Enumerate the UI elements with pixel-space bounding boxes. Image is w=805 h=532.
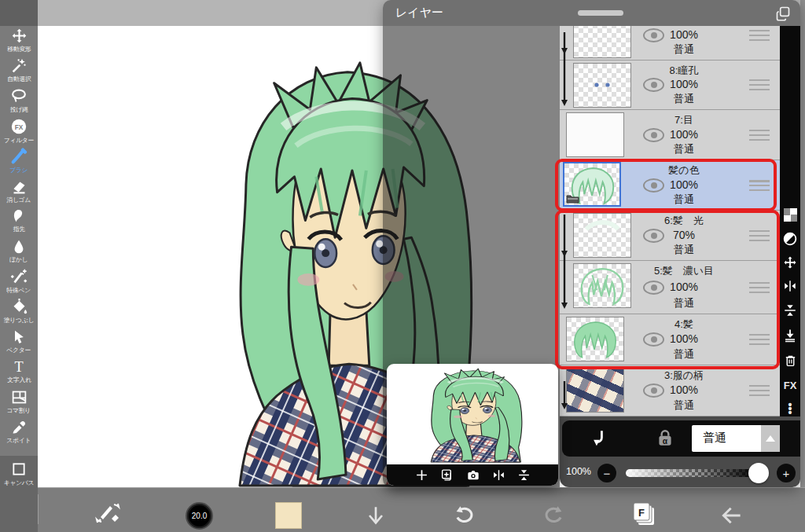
tool-label: ベクター xyxy=(7,346,31,354)
drag-handle-icon[interactable] xyxy=(749,180,770,191)
drag-handle-icon[interactable] xyxy=(749,282,770,293)
tool-panel-divide[interactable]: コマ割り xyxy=(0,387,38,417)
drag-handle-icon[interactable] xyxy=(749,30,770,41)
tool-blur[interactable]: ぼかし xyxy=(0,237,38,266)
brush-size-value: 20.0 xyxy=(192,512,207,520)
undo-icon[interactable] xyxy=(451,504,476,527)
layer-row-selected[interactable]: 髪の色 100% 普通 xyxy=(560,160,780,211)
back-arrow-icon[interactable] xyxy=(719,503,745,528)
layer-row[interactable]: 5:髪 濃い目 100% 普通 xyxy=(560,261,780,314)
layer-row[interactable]: 3:服の柄 100% 普通 xyxy=(560,365,780,416)
tool-lasso[interactable]: 投げ縄 xyxy=(0,86,38,116)
layer-name: 8:瞳孔 xyxy=(632,64,736,78)
down-arrow-icon[interactable] xyxy=(363,503,388,528)
tool-fingertip[interactable]: 指先 xyxy=(0,207,38,237)
layer-thumbnail[interactable] xyxy=(566,112,624,157)
flip-vertical-icon[interactable] xyxy=(517,468,531,482)
blend-mode-value: 普通 xyxy=(703,431,726,446)
tool-label: 消しゴム xyxy=(7,196,31,204)
redo-icon[interactable] xyxy=(542,504,567,527)
tool-text[interactable]: T 文字入れ xyxy=(0,357,38,387)
color-swatch[interactable] xyxy=(275,502,302,529)
panel-edge xyxy=(800,0,805,487)
flip-horizontal-icon[interactable] xyxy=(492,468,505,482)
camera-icon[interactable] xyxy=(466,469,480,482)
layer-name: 6:髪 光 xyxy=(632,214,736,228)
layer-blend-mode: 普通 xyxy=(632,142,736,156)
special-pen-icon xyxy=(10,268,28,285)
layer-thumbnail[interactable] xyxy=(573,63,631,108)
dropdown-open-button[interactable] xyxy=(761,425,780,452)
flip-horizontal-icon[interactable] xyxy=(780,277,800,295)
eraser-icon xyxy=(11,178,28,195)
layer-row[interactable]: 4:髪 100% 普通 xyxy=(560,314,780,365)
layer-row[interactable]: 6:髪 光 70% 普通 xyxy=(560,211,780,261)
layer-blend-mode: 普通 xyxy=(632,347,736,361)
hair-light-thumb-art xyxy=(574,214,630,257)
layer-thumbnail[interactable] xyxy=(573,213,631,258)
layer-row[interactable]: 7:目 100% 普通 xyxy=(560,110,780,160)
add-icon[interactable] xyxy=(415,468,428,482)
tool-canvas[interactable]: キャンバス xyxy=(0,456,38,532)
toolbar-corner-block[interactable] xyxy=(0,0,38,26)
layers-panel-header[interactable]: レイヤー xyxy=(383,0,800,26)
tool-fill[interactable]: 塗りつぶし xyxy=(0,297,38,327)
layer-thumbnail[interactable] xyxy=(573,263,631,308)
opacity-slider-knob[interactable] xyxy=(748,463,769,483)
more-options-icon[interactable]: ••• xyxy=(780,400,800,417)
layer-blend-mode: 普通 xyxy=(632,42,736,57)
drag-handle-icon[interactable] xyxy=(749,130,770,141)
tool-brush[interactable]: ブラシ xyxy=(0,146,38,176)
drag-handle-icon[interactable] xyxy=(749,334,770,345)
tool-label: ぼかし xyxy=(9,255,28,264)
drag-handle-icon[interactable] xyxy=(749,79,770,90)
drag-handle-icon[interactable] xyxy=(749,230,770,241)
clipping-toggle-icon[interactable] xyxy=(587,428,608,449)
alpha-lock-icon[interactable]: α xyxy=(655,428,675,449)
tool-auto-select[interactable]: 自動選択 xyxy=(0,56,38,86)
transparency-bg-icon[interactable] xyxy=(780,206,800,223)
layer-name: 3:服の柄 xyxy=(632,369,736,383)
panel-drag-handle[interactable] xyxy=(578,10,623,16)
tool-vector[interactable]: ベクター xyxy=(0,327,38,357)
tool-special-pen[interactable]: 特殊ペン xyxy=(0,266,38,296)
blend-mode-dropdown[interactable]: 普通 xyxy=(692,425,780,452)
tool-label: 特殊ペン xyxy=(7,286,31,295)
merge-down-icon[interactable] xyxy=(780,327,800,344)
text-tool-icon: T xyxy=(11,359,27,375)
pen-eraser-toggle-icon[interactable] xyxy=(93,500,123,525)
app-screen: 20.0 F 移動変形 xyxy=(0,0,805,532)
invert-contrast-icon[interactable] xyxy=(780,230,800,248)
add-page-icon[interactable] xyxy=(440,468,454,482)
bottom-toolbar: 20.0 F xyxy=(0,487,805,532)
trash-icon[interactable] xyxy=(780,352,800,369)
layer-thumbnail[interactable] xyxy=(566,368,624,413)
layer-thumbnail[interactable] xyxy=(566,317,624,361)
layer-opacity: 100% xyxy=(632,383,736,396)
tool-filter[interactable]: FX フィルター xyxy=(0,116,38,146)
tool-eraser[interactable]: 消しゴム xyxy=(0,176,38,206)
tool-eyedropper[interactable]: スポイト xyxy=(0,417,38,447)
tool-list: 移動変形 自動選択 投げ縄 FX フィルター ブラシ 消しゴム xyxy=(0,26,38,447)
opacity-slider-track[interactable] xyxy=(626,469,755,477)
layer-blend-mode: 普通 xyxy=(632,398,736,413)
layer-fx-button[interactable]: FX xyxy=(780,376,800,394)
opacity-plus-button[interactable]: + xyxy=(777,464,796,482)
flip-vertical-icon[interactable] xyxy=(780,302,800,319)
reference-pages-icon[interactable]: F xyxy=(630,501,657,526)
layer-row[interactable]: 8:瞳孔 100% 普通 xyxy=(560,61,780,110)
multi-window-icon[interactable] xyxy=(775,6,791,21)
hair-strokes-thumb-art xyxy=(574,264,630,307)
brush-icon xyxy=(10,148,28,165)
move-layer-icon[interactable] xyxy=(780,254,800,271)
reference-label: F xyxy=(638,507,645,519)
drag-handle-icon[interactable] xyxy=(749,385,770,396)
eyedropper-icon xyxy=(11,420,27,435)
navigator-panel[interactable] xyxy=(387,364,558,486)
brush-size-indicator[interactable]: 20.0 xyxy=(186,502,213,530)
panel-divide-icon xyxy=(11,389,28,405)
layer-thumbnail[interactable] xyxy=(563,162,621,207)
tool-move-transform[interactable]: 移動変形 xyxy=(0,26,38,56)
folder-badge-icon xyxy=(566,193,579,204)
opacity-minus-button[interactable]: − xyxy=(597,464,616,482)
